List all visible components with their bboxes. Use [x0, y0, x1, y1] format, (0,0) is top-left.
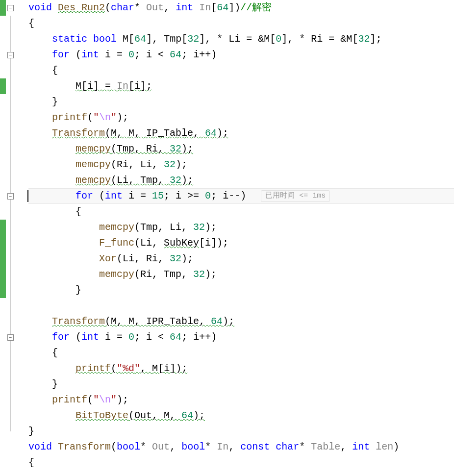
code-line[interactable]: }	[28, 282, 454, 298]
code-line[interactable]: memcpy(Ri, Tmp, 32);	[28, 267, 454, 282]
modification-indicator-strip	[0, 0, 6, 471]
code-line[interactable]: {	[28, 63, 454, 78]
code-line[interactable]: BitToByte(Out, M, 64);	[28, 408, 454, 424]
code-line[interactable]: void Des_Run2(char* Out, int In[64])//解密	[28, 0, 454, 16]
code-line[interactable]: F_func(Li, SubKey[i]);	[28, 235, 454, 251]
code-line[interactable]: static bool M[64], Tmp[32], * Li = &M[0]…	[28, 31, 454, 47]
code-line[interactable]: printf("%d", M[i]);	[28, 361, 454, 376]
code-line[interactable]: printf("\n");	[28, 392, 454, 408]
perf-hint-badge[interactable]: 已用时间 <= 1ms	[261, 190, 330, 202]
code-line[interactable]: }	[28, 376, 454, 392]
code-text-area[interactable]: void Des_Run2(char* Out, int In[64])//解密…	[28, 0, 454, 471]
code-line[interactable]: memcpy(Li, Tmp, 32);	[28, 173, 454, 188]
code-line[interactable]: void Transform(bool* Out, bool* In, cons…	[28, 439, 454, 455]
code-line[interactable]: {	[28, 16, 454, 31]
code-line[interactable]: for (int i = 0; i < 64; i++)	[28, 329, 454, 345]
code-line[interactable]: M[i] = In[i];	[28, 78, 454, 94]
fold-toggle-icon[interactable]: −	[7, 52, 14, 58]
code-line[interactable]: Xor(Li, Ri, 32);	[28, 251, 454, 267]
fold-toggle-icon[interactable]: −	[7, 334, 14, 341]
code-line[interactable]: for (int i = 0; i < 64; i++)	[28, 47, 454, 63]
code-line-current[interactable]: for (int i = 15; i >= 0; i--)已用时间 <= 1ms	[28, 188, 454, 204]
text-cursor	[27, 190, 28, 202]
code-line[interactable]: Transform(M, M, IP_Table, 64);	[28, 125, 454, 141]
fold-toggle-icon[interactable]: −	[7, 5, 14, 11]
code-line[interactable]: memcpy(Ri, Li, 32);	[28, 157, 454, 173]
code-line[interactable]: printf("\n");	[28, 110, 454, 125]
code-line[interactable]: {	[28, 345, 454, 361]
fold-strip: − − − −	[6, 0, 15, 471]
fold-toggle-icon[interactable]: −	[7, 193, 14, 200]
code-line[interactable]: memcpy(Tmp, Ri, 32);	[28, 141, 454, 157]
code-editor[interactable]: − − − −	[0, 0, 454, 471]
code-line[interactable]: memcpy(Tmp, Li, 32);	[28, 220, 454, 235]
code-line[interactable]: }	[28, 424, 454, 439]
code-line[interactable]: {	[28, 204, 454, 220]
gutter: − − − −	[0, 0, 28, 471]
code-line[interactable]: }	[28, 94, 454, 110]
code-line[interactable]: Transform(M, M, IPR_Table, 64);	[28, 314, 454, 329]
code-line[interactable]: {	[28, 455, 454, 471]
code-line[interactable]	[28, 298, 454, 314]
